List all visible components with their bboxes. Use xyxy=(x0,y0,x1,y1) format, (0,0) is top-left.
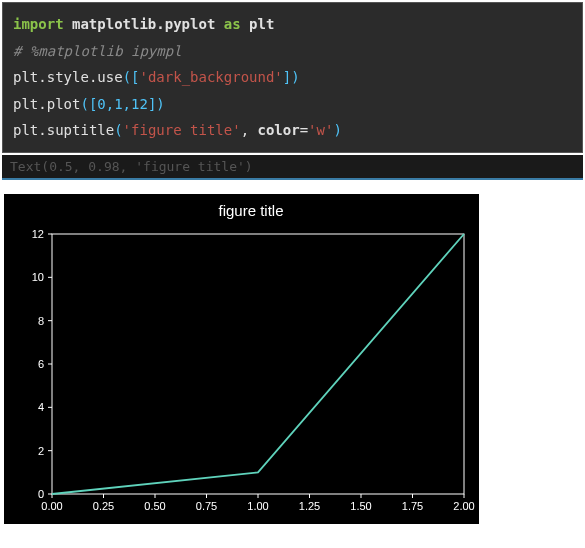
y-tick-label: 6 xyxy=(38,358,44,370)
code-line-1: import matplotlib.pyplot as plt xyxy=(13,11,572,38)
x-tick-label: 0.50 xyxy=(144,500,165,512)
code-line-4: plt.plot([0,1,12]) xyxy=(13,91,572,118)
attr: style xyxy=(47,69,89,85)
chart-title: figure title xyxy=(218,202,283,219)
y-tick-label: 10 xyxy=(32,271,44,283)
obj: plt xyxy=(13,96,38,112)
x-tick-label: 1.50 xyxy=(350,500,371,512)
string-arg: 'dark_background' xyxy=(140,69,283,85)
y-tick-label: 0 xyxy=(38,488,44,500)
code-line-2: # %matplotlib ipympl xyxy=(13,38,572,65)
comment: # %matplotlib ipympl xyxy=(13,43,182,59)
x-tick-label: 1.75 xyxy=(402,500,423,512)
x-tick-label: 0.25 xyxy=(93,500,114,512)
x-tick-label: 0.00 xyxy=(41,500,62,512)
output-text: Text(0.5, 0.98, 'figure title') xyxy=(10,159,253,174)
method: suptitle xyxy=(47,122,114,138)
method: use xyxy=(97,69,122,85)
chart-svg: figure title 0.000.250.500.751.001.251.5… xyxy=(4,194,479,524)
string-arg: 'figure title' xyxy=(123,122,241,138)
code-line-5: plt.suptitle('figure title', color='w') xyxy=(13,117,572,144)
keyword-import: import xyxy=(13,16,64,32)
module-name: matplotlib.pyplot xyxy=(72,16,215,32)
kwarg-name: color xyxy=(257,122,299,138)
obj: plt xyxy=(13,69,38,85)
list-arg: [0,1,12] xyxy=(89,96,156,112)
x-tick-label: 0.75 xyxy=(196,500,217,512)
obj: plt xyxy=(13,122,38,138)
y-tick-label: 12 xyxy=(32,228,44,240)
x-tick-label: 1.25 xyxy=(299,500,320,512)
y-tick-label: 2 xyxy=(38,445,44,457)
chart-figure: figure title 0.000.250.500.751.001.251.5… xyxy=(4,194,479,524)
keyword-as: as xyxy=(224,16,241,32)
method: plot xyxy=(47,96,81,112)
output-cell: Text(0.5, 0.98, 'figure title') xyxy=(2,155,583,180)
x-tick-label: 1.00 xyxy=(247,500,268,512)
code-line-3: plt.style.use(['dark_background']) xyxy=(13,64,572,91)
x-tick-label: 2.00 xyxy=(453,500,474,512)
kwarg-val: 'w' xyxy=(308,122,333,138)
y-tick-label: 4 xyxy=(38,401,44,413)
code-cell[interactable]: import matplotlib.pyplot as plt # %matpl… xyxy=(2,2,583,153)
alias: plt xyxy=(249,16,274,32)
y-tick-label: 8 xyxy=(38,315,44,327)
